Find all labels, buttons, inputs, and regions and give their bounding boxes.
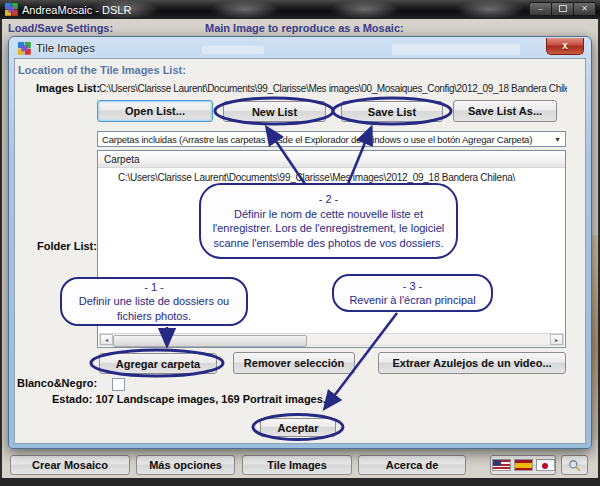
- mas-opciones-button[interactable]: Más opciones: [136, 455, 235, 475]
- dialog-titlebar: Tile Images x: [10, 38, 590, 58]
- tile-images-button[interactable]: Tile Images: [242, 455, 352, 475]
- us-flag-icon: [492, 459, 511, 471]
- andreamosaic-app-icon: [5, 3, 18, 16]
- japan-flag-icon: [536, 459, 555, 471]
- load-save-settings-label: Load/Save Settings:: [8, 22, 113, 34]
- glass-reflection: [210, 0, 280, 19]
- blanco-negro-checkbox[interactable]: [112, 378, 125, 391]
- dialog-title: Tile Images: [36, 42, 95, 54]
- agregar-carpeta-button[interactable]: Agregar carpeta: [99, 353, 217, 374]
- callout-text: Revenir à l'écran principal: [334, 293, 491, 308]
- main-image-label: Main Image to reproduce as a Mosaic:: [205, 22, 404, 34]
- dialog-close-button[interactable]: x: [546, 38, 584, 55]
- maximize-icon: [559, 5, 567, 12]
- crear-mosaico-button[interactable]: Crear Mosaico: [10, 455, 130, 475]
- status-text: Estado: 107 Landscape images, 169 Portra…: [52, 393, 326, 405]
- magnifier-icon: [568, 459, 581, 472]
- glass-reflection: [455, 0, 525, 19]
- scrollbar-thumb[interactable]: [113, 335, 307, 347]
- images-list-label: Images List:: [36, 82, 100, 94]
- annotation-callout-3: - 3 - Revenir à l'écran principal: [332, 274, 493, 312]
- callout-number: - 1 -: [62, 280, 246, 295]
- aceptar-button[interactable]: Aceptar: [260, 418, 336, 437]
- scroll-right-icon[interactable]: ▸: [550, 334, 563, 345]
- callout-text: Definir une liste de dossiers ou fichier…: [62, 294, 246, 323]
- language-flags-button[interactable]: [490, 455, 556, 475]
- folder-list-label: Folder List:: [37, 240, 97, 252]
- maximize-button[interactable]: [551, 2, 574, 16]
- remover-seleccion-button[interactable]: Remover selección: [233, 352, 355, 374]
- main-window-title: AndreaMosaic - DSLR: [22, 4, 131, 16]
- background-photo-sliver: [591, 235, 598, 440]
- location-heading: Location of the Tile Images List:: [18, 64, 186, 76]
- minimize-button[interactable]: –: [529, 2, 552, 16]
- background-ghost-shape: [392, 44, 520, 55]
- acerca-de-button[interactable]: Acerca de: [358, 455, 466, 475]
- list-column-header[interactable]: Carpeta: [98, 151, 565, 168]
- blanco-negro-label: Blanco&Negro:: [17, 377, 97, 389]
- dropdown-selected-value: Carpetas incluidas (Arrastre las carpeta…: [98, 134, 550, 145]
- open-list-button[interactable]: Open List...: [97, 100, 213, 122]
- extraer-azulejos-button[interactable]: Extraer Azulejos de un video...: [378, 352, 566, 374]
- chevron-down-icon: ▾: [550, 135, 565, 144]
- save-list-button[interactable]: Save List: [341, 101, 443, 122]
- window-bottom-edge: [0, 478, 600, 486]
- background-ghost-shape: [202, 46, 264, 54]
- horizontal-scrollbar[interactable]: ◂ ▸: [99, 333, 564, 346]
- dialog-mosaic-icon: [18, 42, 31, 55]
- search-magnifier-button[interactable]: [561, 455, 588, 475]
- screen: AndreaMosaic - DSLR – ✕ Load/Save Settin…: [0, 0, 600, 486]
- images-list-path: C:\Users\Clarisse Laurent\Documents\99_C…: [99, 83, 567, 94]
- callout-text: Définir le nom de cette nouvelle liste e…: [209, 207, 448, 251]
- callout-number: - 3 -: [334, 279, 491, 294]
- main-window-titlebar: AndreaMosaic - DSLR – ✕: [0, 0, 600, 19]
- list-item[interactable]: C:\Users\Clarisse Laurent\Documents\99_C…: [98, 172, 565, 183]
- spain-flag-icon: [514, 459, 533, 471]
- callout-number: - 2 -: [209, 192, 448, 207]
- glass-reflection: [330, 0, 400, 19]
- annotation-callout-1: - 1 - Definir une liste de dossiers ou f…: [60, 277, 248, 326]
- scroll-left-icon[interactable]: ◂: [100, 334, 113, 345]
- close-button[interactable]: ✕: [573, 2, 596, 16]
- included-folders-dropdown[interactable]: Carpetas incluidas (Arrastre las carpeta…: [97, 131, 566, 147]
- new-list-button[interactable]: New List: [223, 101, 326, 122]
- annotation-callout-2: - 2 - Définir le nom de cette nouvelle l…: [199, 183, 458, 259]
- save-list-as-button[interactable]: Save List As...: [453, 100, 557, 122]
